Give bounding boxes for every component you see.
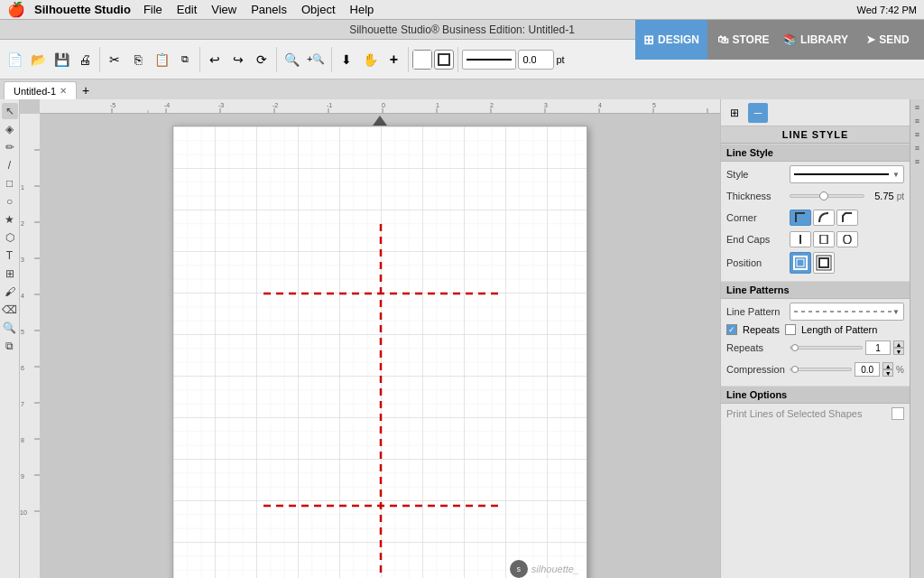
compression-label: Compression (726, 364, 790, 375)
compression-slider-track[interactable] (790, 363, 852, 376)
style-line-preview (794, 173, 889, 175)
compression-decrement-btn[interactable]: ▼ (882, 369, 893, 377)
canvas-grid-svg (173, 126, 587, 578)
store-nav-button[interactable]: 🛍 STORE (707, 20, 780, 60)
toolbar-duplicate-btn[interactable]: ⧉ (174, 45, 196, 74)
repeats-slider-thumb[interactable] (791, 344, 799, 351)
compression-slider-thumb[interactable] (791, 366, 799, 373)
tab-close-button[interactable]: ✕ (60, 86, 67, 96)
silhouette-logo-icon: s (510, 560, 528, 578)
fill-color-swatch[interactable] (412, 50, 432, 70)
send-nav-button[interactable]: ➤ SEND (852, 20, 924, 60)
toolbar-copy-btn[interactable]: ⎘ (127, 45, 149, 74)
corner-miter-btn[interactable] (790, 210, 811, 226)
stroke-style-preview[interactable] (462, 50, 516, 70)
crop-tool[interactable]: ⧉ (2, 338, 18, 354)
repeats-checkbox-label: Repeats (743, 324, 780, 335)
length-of-pattern-checkbox[interactable] (785, 324, 796, 335)
rect-tool[interactable]: □ (2, 175, 18, 191)
position-outside-btn[interactable] (813, 252, 835, 274)
polygon-tool[interactable]: ⬡ (2, 229, 18, 246)
far-right-expand-5[interactable]: ≡ (911, 155, 924, 168)
canvas-container: s silhouette_ (40, 114, 720, 578)
eraser-tool[interactable]: ⌫ (2, 302, 18, 318)
menu-file[interactable]: File (143, 3, 162, 16)
toolbar-open-btn[interactable]: 📂 (27, 45, 49, 74)
far-right-expand-1[interactable]: ≡ (911, 101, 924, 114)
toolbar-add-btn[interactable]: + (383, 45, 404, 74)
menu-panels[interactable]: Panels (251, 3, 287, 16)
svg-text:2: 2 (490, 102, 494, 108)
far-right-expand-3[interactable]: ≡ (911, 128, 924, 141)
repeats-stepper: ▲ ▼ (893, 340, 904, 355)
canvas[interactable]: s silhouette_ (172, 126, 587, 578)
repeats-value-input[interactable]: 1 (865, 340, 891, 355)
line-pattern-control: ▼ (790, 303, 904, 321)
apple-menu[interactable]: 🍎 (7, 1, 25, 18)
ellipse-tool[interactable]: ○ (2, 193, 18, 210)
position-inside-btn[interactable] (790, 252, 811, 274)
line-tool[interactable]: / (2, 157, 18, 173)
line-pattern-dropdown[interactable]: ▼ (790, 303, 904, 321)
toolbar-paste-btn[interactable]: 📋 (151, 45, 172, 74)
tab-untitled-1[interactable]: Untitled-1 ✕ (4, 81, 77, 99)
stroke-width-input[interactable] (518, 50, 554, 70)
text-tool[interactable]: T (2, 247, 18, 264)
thickness-label: Thickness (726, 191, 790, 201)
repeats-increment-btn[interactable]: ▲ (893, 340, 904, 348)
corner-label: Corner (726, 212, 790, 223)
far-right-expand-4[interactable]: ≡ (911, 142, 924, 154)
toolbar-undo-btn[interactable]: ↩ (204, 45, 226, 74)
line-patterns-section-header: Line Patterns (721, 281, 910, 299)
table-tool[interactable]: ⊞ (2, 266, 18, 282)
corner-bevel-btn[interactable] (836, 210, 858, 226)
compression-increment-btn[interactable]: ▲ (882, 362, 893, 369)
menu-help[interactable]: Help (350, 3, 374, 16)
toolbar-redo-btn[interactable]: ↪ (227, 45, 249, 74)
panel-icon-grid[interactable]: ⊞ (725, 103, 744, 123)
compression-value-input[interactable]: 0.0 (855, 362, 880, 377)
print-lines-label: Print Lines of Selected Shapes (726, 408, 888, 419)
menu-object[interactable]: Object (301, 3, 336, 16)
menu-edit[interactable]: Edit (177, 3, 197, 16)
svg-text:1: 1 (21, 184, 24, 191)
toolbar-new-btn[interactable]: 📄 (4, 45, 25, 74)
far-right-expand-2[interactable]: ≡ (911, 115, 924, 127)
repeats-slider-track[interactable] (790, 341, 863, 354)
select-tool[interactable]: ↖ (2, 103, 18, 119)
repeats-decrement-btn[interactable]: ▼ (893, 348, 904, 355)
menu-view[interactable]: View (211, 3, 236, 16)
toolbar-hand-btn[interactable]: ✋ (359, 45, 381, 74)
zoom-tool[interactable]: 🔍 (2, 320, 18, 336)
menu-bar: 🍎 Silhouette Studio File Edit View Panel… (0, 0, 924, 20)
panel-icon-line[interactable]: ─ (748, 103, 768, 123)
node-tool[interactable]: ◈ (2, 121, 18, 137)
style-dropdown[interactable]: ▼ (790, 165, 904, 183)
corner-buttons (790, 210, 858, 226)
toolbar-rotate-btn[interactable]: ⟳ (251, 45, 273, 74)
toolbar-zoom-out-btn[interactable]: 🔍 (281, 45, 302, 74)
send-arrow-icon: ➤ (866, 33, 875, 46)
endcap-round-btn[interactable] (836, 231, 858, 247)
paint-tool[interactable]: 🖌 (2, 284, 18, 300)
star-tool[interactable]: ★ (2, 211, 18, 228)
toolbar-zoom-in-btn[interactable]: +🔍 (304, 45, 328, 74)
new-tab-button[interactable]: + (77, 81, 95, 99)
endcap-square-btn[interactable] (813, 231, 835, 247)
thickness-slider-thumb[interactable] (819, 191, 828, 200)
repeats-checkbox[interactable] (726, 324, 737, 335)
toolbar-align-btn[interactable]: ⬇ (336, 45, 357, 74)
draw-tool[interactable]: ✏ (2, 139, 18, 155)
print-lines-checkbox[interactable] (892, 407, 904, 420)
toolbar-print-btn[interactable]: 🖨 (74, 45, 96, 74)
endcap-flat-btn[interactable] (790, 231, 811, 247)
toolbar-cut-btn[interactable]: ✂ (104, 45, 125, 74)
corner-round-btn[interactable] (813, 210, 835, 226)
stroke-color-swatch[interactable] (434, 50, 454, 70)
thickness-slider-track[interactable] (790, 190, 864, 202)
line-options-section-header: Line Options (721, 386, 910, 404)
library-nav-button[interactable]: 📚 LIBRARY (780, 20, 852, 60)
toolbar-save-btn[interactable]: 💾 (51, 45, 72, 74)
design-nav-button[interactable]: ⊞ DESIGN (635, 20, 707, 60)
repeats-row: Repeats 1 ▲ ▼ (726, 339, 904, 357)
